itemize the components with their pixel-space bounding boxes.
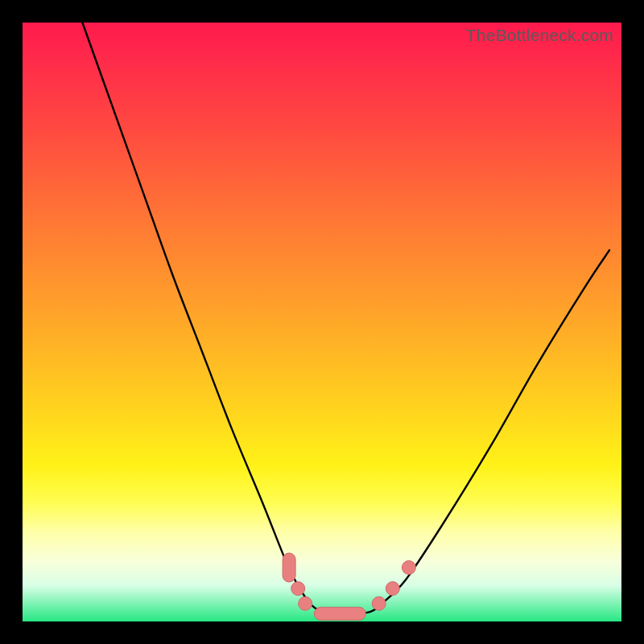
curve-path	[82, 23, 609, 614]
curve-markers	[283, 553, 415, 620]
curve-marker	[283, 553, 295, 582]
curve-marker	[372, 597, 386, 610]
chart-frame: TheBottleneck.com	[0, 0, 644, 644]
curve-marker	[299, 597, 312, 610]
curve-marker	[402, 561, 415, 575]
curve-marker	[291, 582, 305, 596]
curve-marker	[386, 582, 399, 596]
bottleneck-curve	[23, 23, 621, 621]
plot-area: TheBottleneck.com	[23, 23, 621, 621]
curve-marker	[314, 607, 365, 620]
